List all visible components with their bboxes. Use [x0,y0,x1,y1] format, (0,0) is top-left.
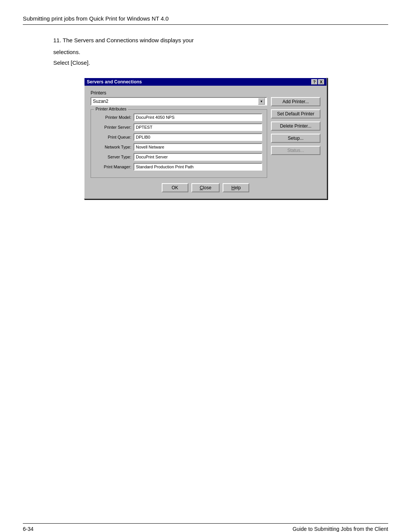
attr-row-print-queue: Print Queue: DPLIB0 [96,133,262,141]
main-content: 11. The Servers and Connections window d… [23,36,388,199]
dialog-main: Suzan2 ▼ Printer Attributes Printer Mode… [91,97,320,178]
dialog-title: Servers and Connections [87,79,142,85]
dropdown-arrow-icon[interactable]: ▼ [258,98,265,105]
printer-server-value: DPTEST [134,123,262,131]
page-header-text: Submitting print jobs from Quick Print f… [23,15,169,22]
network-type-value: Novell Netware [134,143,262,151]
printer-dropdown[interactable]: Suzan2 ▼ [91,97,267,105]
printer-value: Suzan2 [93,99,108,104]
setup-button[interactable]: Setup... [271,134,320,143]
attr-row-printer-model: Printer Model: DocuPrint 4050 NPS [96,113,262,121]
group-box-legend: Printer Attributes [94,107,128,111]
attr-row-server-type: Server Type: DocuPrint Server [96,153,262,161]
dialog-right-buttons: Add Printer... Set Default Printer Delet… [271,97,320,178]
server-type-value: DocuPrint Server [134,153,262,161]
page: Submitting print jobs from Quick Print f… [0,15,411,532]
footer-page-number: 6-34 [23,526,33,532]
servers-connections-dialog: Servers and Connections ? X Printers [84,77,327,199]
server-type-label: Server Type: [96,155,134,159]
close-underline: CCloselose [200,185,212,190]
attr-row-network-type: Network Type: Novell Netware [96,143,262,151]
print-queue-value: DPLIB0 [134,133,262,141]
printer-row: Suzan2 ▼ [91,97,267,105]
instruction-select-close: Select [Close]. [53,59,388,66]
printer-model-label: Printer Model: [96,115,134,120]
dialog-left: Suzan2 ▼ Printer Attributes Printer Mode… [91,97,267,178]
set-default-printer-button[interactable]: Set Default Printer [271,109,320,118]
instruction-step11b: selections. [53,48,388,57]
printer-server-label: Printer Server: [96,125,134,129]
network-type-label: Network Type: [96,145,134,149]
instruction-step11: 11. The Servers and Connections window d… [53,36,388,45]
dialog-body: Printers Suzan2 ▼ [84,86,327,198]
help-dialog-button[interactable]: Help [223,183,249,192]
close-titlebar-button[interactable]: X [318,79,324,85]
attr-row-printer-server: Printer Server: DPTEST [96,123,262,131]
printer-attributes-group: Printer Attributes Printer Model: DocuPr… [91,109,267,178]
bottom-buttons: OK CCloselose Help [91,183,320,192]
help-titlebar-button[interactable]: ? [311,79,317,85]
page-header: Submitting print jobs from Quick Print f… [23,15,388,25]
close-dialog-button[interactable]: CCloselose [191,183,220,192]
print-manager-label: Print Manager: [96,165,134,169]
printers-label: Printers [91,90,320,96]
delete-printer-button[interactable]: Delete Printer... [271,121,320,131]
print-queue-label: Print Queue: [96,135,134,139]
attr-row-print-manager: Print Manager: Standard Production Print… [96,163,262,171]
print-manager-value: Standard Production Print Path [134,163,262,171]
titlebar-buttons: ? X [311,79,324,85]
footer-title: Guide to Submitting Jobs from the Client [293,526,388,532]
dialog-titlebar: Servers and Connections ? X [84,78,327,86]
page-footer: 6-34 Guide to Submitting Jobs from the C… [23,523,388,532]
printer-model-value: DocuPrint 4050 NPS [134,113,262,121]
help-underline: Help [231,185,241,190]
status-button[interactable]: Status... [271,146,320,155]
dialog-wrapper: Servers and Connections ? X Printers [23,77,388,199]
ok-button[interactable]: OK [162,183,188,192]
add-printer-button[interactable]: Add Printer... [271,97,320,106]
